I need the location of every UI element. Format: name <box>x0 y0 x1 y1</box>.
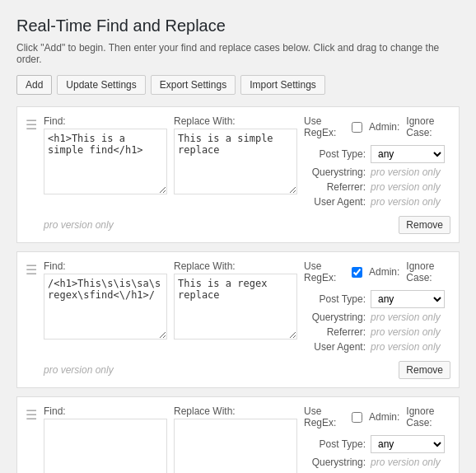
user-agent-row: User Agent: pro version only <box>304 341 450 353</box>
find-textarea[interactable] <box>44 419 167 473</box>
row-footer: pro version only Remove <box>44 358 450 379</box>
admin-label: Admin: <box>369 266 399 278</box>
row-footer: pro version only Remove <box>44 213 450 234</box>
use-regex-checkbox[interactable] <box>352 122 362 133</box>
replace-label: Replace With: <box>174 115 297 127</box>
drag-handle[interactable]: ☰ <box>26 119 37 132</box>
table-row: ☰ Find: Replace With: Use RegEx: Admin: … <box>16 396 460 473</box>
find-label: Find: <box>44 260 167 272</box>
right-top: Use RegEx: Admin: Ignore Case: <box>304 260 450 283</box>
right-panel: Use RegEx: Admin: Ignore Case: Post Type… <box>304 405 450 473</box>
row-body: Find: <h1>This is a simple find</h1> Rep… <box>44 115 450 234</box>
replace-field-group: Replace With: <box>174 405 297 473</box>
use-regex-label: Use RegEx: <box>304 260 345 283</box>
post-type-row: Post Type: any post page <box>304 435 450 453</box>
table-row: ☰ Find: <h1>This is a simple find</h1> R… <box>16 106 460 243</box>
referrer-label: Referrer: <box>304 181 366 193</box>
referrer-row: Referrer: pro version only <box>304 181 450 193</box>
user-agent-row: User Agent: pro version only <box>304 196 450 208</box>
right-panel: Use RegEx: Admin: Ignore Case: Post Type… <box>304 115 450 208</box>
admin-label: Admin: <box>369 121 399 133</box>
querystring-row: Querystring: pro version only <box>304 166 450 178</box>
replace-field-group: Replace With: This is a simple replace <box>174 115 297 194</box>
find-textarea[interactable]: /<h1>This\s\is\sa\sregex\sfind<\/h1>/ <box>44 274 167 340</box>
post-type-select[interactable]: any post page <box>371 145 445 163</box>
find-label: Find: <box>44 405 167 417</box>
admin-label: Admin: <box>369 411 399 423</box>
user-agent-label: User Agent: <box>304 196 366 208</box>
right-top: Use RegEx: Admin: Ignore Case: <box>304 115 450 138</box>
find-field-group: Find: <box>44 405 167 473</box>
right-panel: Use RegEx: Admin: Ignore Case: Post Type… <box>304 260 450 353</box>
use-regex-label: Use RegEx: <box>304 115 345 138</box>
remove-button[interactable]: Remove <box>399 216 450 234</box>
find-field-group: Find: <h1>This is a simple find</h1> <box>44 115 167 194</box>
add-button-top[interactable]: Add <box>16 75 52 95</box>
row-fields: Find: Replace With: Use RegEx: Admin: Ig… <box>44 405 450 473</box>
querystring-pro: pro version only <box>371 311 441 323</box>
page-title: Real-Time Find and Replace <box>16 16 460 35</box>
ignore-case-label: Ignore Case: <box>406 115 450 138</box>
replace-textarea[interactable] <box>174 419 297 473</box>
find-label: Find: <box>44 115 167 127</box>
post-type-row: Post Type: any post page <box>304 290 450 308</box>
querystring-pro: pro version only <box>371 166 441 178</box>
row-fields: Find: <h1>This is a simple find</h1> Rep… <box>44 115 450 208</box>
right-top: Use RegEx: Admin: Ignore Case: <box>304 405 450 429</box>
rows-container: ☰ Find: <h1>This is a simple find</h1> R… <box>16 106 460 473</box>
top-toolbar: Add Update Settings Export Settings Impo… <box>16 75 460 95</box>
user-agent-pro: pro version only <box>371 196 441 208</box>
use-regex-checkbox[interactable] <box>352 267 362 278</box>
post-type-select[interactable]: any post page <box>371 435 445 453</box>
replace-textarea[interactable]: This is a simple replace <box>174 129 297 194</box>
querystring-row: Querystring: pro version only <box>304 311 450 323</box>
drag-handle[interactable]: ☰ <box>26 409 37 422</box>
post-type-label: Post Type: <box>304 438 366 450</box>
referrer-label: Referrer: <box>304 326 366 338</box>
page-description: Click "Add" to begin. Then enter your fi… <box>16 42 460 65</box>
replace-label: Replace With: <box>174 405 297 417</box>
row-body: Find: /<h1>This\s\is\sa\sregex\sfind<\/h… <box>44 260 450 379</box>
post-type-row: Post Type: any post page <box>304 145 450 163</box>
querystring-label: Querystring: <box>304 311 366 323</box>
querystring-row: Querystring: pro version only <box>304 457 450 468</box>
replace-label: Replace With: <box>174 260 297 272</box>
import-settings-button[interactable]: Import Settings <box>240 75 325 95</box>
ignore-case-label: Ignore Case: <box>406 405 450 429</box>
referrer-row: Referrer: pro version only <box>304 326 450 338</box>
export-settings-button[interactable]: Export Settings <box>151 75 236 95</box>
footer-pro-label: pro version only <box>44 364 114 376</box>
querystring-pro: pro version only <box>371 457 441 468</box>
use-regex-checkbox[interactable] <box>352 412 362 423</box>
ignore-case-label: Ignore Case: <box>406 260 450 283</box>
user-agent-pro: pro version only <box>371 341 441 353</box>
querystring-label: Querystring: <box>304 457 366 468</box>
post-type-label: Post Type: <box>304 148 366 160</box>
post-type-select[interactable]: any post page <box>371 290 445 308</box>
user-agent-label: User Agent: <box>304 341 366 353</box>
remove-button[interactable]: Remove <box>399 361 450 379</box>
referrer-pro: pro version only <box>371 326 441 338</box>
post-type-label: Post Type: <box>304 293 366 305</box>
row-fields: Find: /<h1>This\s\is\sa\sregex\sfind<\/h… <box>44 260 450 353</box>
replace-field-group: Replace With: This is a regex replace <box>174 260 297 340</box>
replace-textarea[interactable]: This is a regex replace <box>174 274 297 340</box>
footer-pro-label: pro version only <box>44 219 114 231</box>
querystring-label: Querystring: <box>304 166 366 178</box>
use-regex-label: Use RegEx: <box>304 405 345 429</box>
table-row: ☰ Find: /<h1>This\s\is\sa\sregex\sfind<\… <box>16 251 460 388</box>
referrer-pro: pro version only <box>371 181 441 193</box>
drag-handle[interactable]: ☰ <box>26 264 37 277</box>
find-textarea[interactable]: <h1>This is a simple find</h1> <box>44 129 167 194</box>
find-field-group: Find: /<h1>This\s\is\sa\sregex\sfind<\/h… <box>44 260 167 340</box>
row-body: Find: Replace With: Use RegEx: Admin: Ig… <box>44 405 450 473</box>
update-settings-button-top[interactable]: Update Settings <box>57 75 145 95</box>
